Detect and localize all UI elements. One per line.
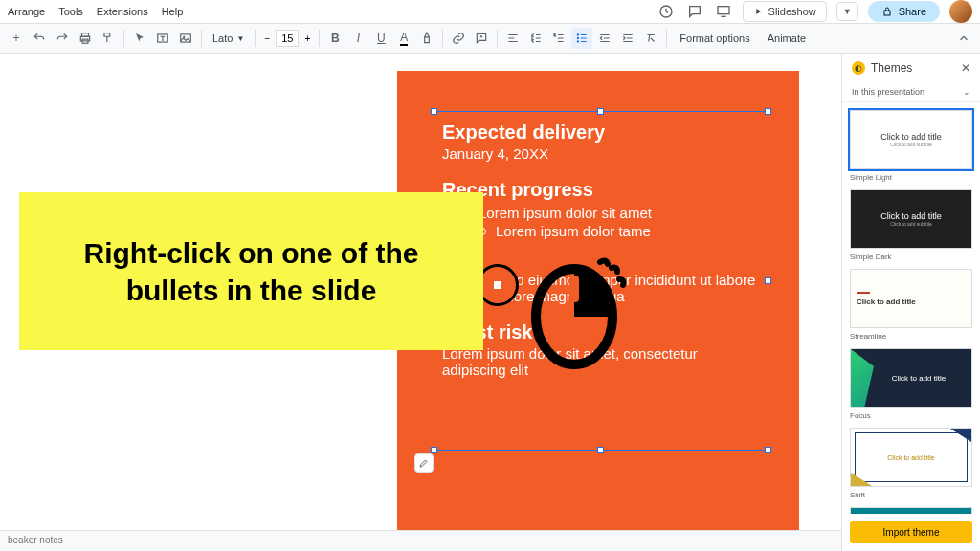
sidebar-title: Themes xyxy=(871,61,912,75)
svg-text:1: 1 xyxy=(554,33,556,37)
svg-point-8 xyxy=(184,36,185,37)
instruction-callout: Right-click on one of the bullets in the… xyxy=(19,192,483,350)
slide-action-button[interactable] xyxy=(414,453,434,473)
font-size-increase[interactable]: + xyxy=(301,30,314,47)
instruction-text: Right-click on one of the bullets in the… xyxy=(38,234,464,309)
theme-focus[interactable]: Click to add title xyxy=(850,348,972,408)
paint-format-button[interactable] xyxy=(98,28,119,49)
clear-format-button[interactable] xyxy=(640,28,661,49)
theme-label: Simple Dark xyxy=(850,253,972,261)
align-button[interactable] xyxy=(502,28,523,49)
sidebar-section-toggle[interactable]: In this presentation ⌄ xyxy=(842,82,980,102)
menubar-right: Slideshow ▼ Share xyxy=(657,0,972,23)
section-label: In this presentation xyxy=(852,87,924,97)
theme-simple-dark[interactable]: Click to add title Click to add subtitle xyxy=(850,189,972,249)
menu-help[interactable]: Help xyxy=(162,6,184,17)
resize-handle[interactable] xyxy=(765,277,771,284)
resize-handle[interactable] xyxy=(765,108,771,115)
svg-point-10 xyxy=(578,34,579,35)
svg-rect-14 xyxy=(569,276,579,302)
new-slide-button[interactable]: + xyxy=(6,28,27,49)
highlight-button[interactable] xyxy=(416,28,437,49)
toolbar-collapse-button[interactable] xyxy=(953,28,974,49)
theme-label: Shift xyxy=(850,491,972,499)
themes-list[interactable]: Click to add title Click to add subtitle… xyxy=(842,102,980,514)
heading-recent-progress: Recent progress xyxy=(442,179,760,201)
format-options-button[interactable]: Format options xyxy=(672,33,757,44)
delivery-date: January 4, 20XX xyxy=(442,145,760,162)
import-theme-button[interactable]: Import theme xyxy=(850,521,972,543)
themes-icon: ◐ xyxy=(852,61,865,75)
undo-button[interactable] xyxy=(29,28,50,49)
avatar[interactable] xyxy=(949,0,972,23)
speaker-notes-bar[interactable]: beaker notes xyxy=(0,530,841,551)
bold-button[interactable]: B xyxy=(324,28,345,49)
svg-point-11 xyxy=(578,37,579,38)
resize-handle[interactable] xyxy=(597,447,604,453)
theme-teal[interactable]: Click to add title xyxy=(850,507,972,514)
history-icon[interactable] xyxy=(657,2,676,21)
chevron-down-icon: ⌄ xyxy=(963,87,970,97)
bullet-item-2: Lorem ipsum dolor tame xyxy=(442,223,760,239)
slideshow-label: Slideshow xyxy=(768,6,816,17)
bullet-item-1: Lorem ipsum dolor sit amet xyxy=(442,205,760,221)
svg-rect-1 xyxy=(718,7,729,14)
mouse-rightclick-icon xyxy=(531,254,623,360)
menu-extensions[interactable]: Extensions xyxy=(97,6,148,17)
font-select[interactable]: Lato ▼ xyxy=(207,31,250,46)
theme-label: Streamline xyxy=(850,332,972,341)
theme-label: Focus xyxy=(850,411,972,420)
share-label: Share xyxy=(899,6,926,17)
share-button[interactable]: Share xyxy=(868,1,940,22)
themes-sidebar: ◐ Themes ✕ In this presentation ⌄ Click … xyxy=(841,54,980,551)
heading-expected-delivery: Expected delivery xyxy=(442,121,760,143)
animate-button[interactable]: Animate xyxy=(760,33,813,44)
menubar: Arrange Tools Extensions Help Slideshow … xyxy=(0,0,980,23)
present-icon[interactable] xyxy=(714,2,733,21)
font-size-decrease[interactable]: − xyxy=(260,30,274,47)
select-button[interactable] xyxy=(129,28,150,49)
print-button[interactable] xyxy=(75,28,96,49)
italic-button[interactable]: I xyxy=(347,28,368,49)
bullet-marker-icon xyxy=(494,281,501,289)
textbox-button[interactable] xyxy=(152,28,173,49)
sidebar-header: ◐ Themes ✕ xyxy=(842,54,980,82)
redo-button[interactable] xyxy=(52,28,73,49)
slideshow-button[interactable]: Slideshow xyxy=(743,1,827,22)
resize-handle[interactable] xyxy=(431,108,437,115)
image-button[interactable] xyxy=(175,28,196,49)
increase-indent-button[interactable] xyxy=(617,28,638,49)
menu-tools[interactable]: Tools xyxy=(58,6,83,17)
resize-handle[interactable] xyxy=(597,108,604,115)
menubar-left: Arrange Tools Extensions Help xyxy=(8,6,183,17)
resize-handle[interactable] xyxy=(765,447,771,453)
underline-button[interactable]: U xyxy=(370,28,391,49)
theme-simple-light[interactable]: Click to add title Click to add subtitle xyxy=(850,110,972,169)
theme-streamline[interactable]: Click to add title xyxy=(850,269,972,328)
main: Expected delivery January 4, 20XX Recent… xyxy=(0,54,980,551)
canvas-area[interactable]: Expected delivery January 4, 20XX Recent… xyxy=(0,54,841,551)
speaker-notes-placeholder: beaker notes xyxy=(8,535,63,545)
link-button[interactable] xyxy=(448,28,469,49)
font-size-input[interactable] xyxy=(276,30,299,47)
menu-arrange[interactable]: Arrange xyxy=(8,6,45,17)
font-size-control: − + xyxy=(260,30,314,47)
close-sidebar-button[interactable]: ✕ xyxy=(961,61,970,75)
theme-label: Simple Light xyxy=(850,173,972,182)
resize-handle[interactable] xyxy=(431,447,437,453)
text-color-button[interactable]: A xyxy=(393,28,414,49)
bulleted-list-button[interactable] xyxy=(571,28,592,49)
line-spacing-button[interactable] xyxy=(525,28,546,49)
svg-point-12 xyxy=(578,41,579,42)
comment-button[interactable] xyxy=(471,28,492,49)
decrease-indent-button[interactable] xyxy=(594,28,615,49)
svg-rect-2 xyxy=(884,11,890,15)
slideshow-dropdown[interactable]: ▼ xyxy=(836,2,858,21)
toolbar: + Lato ▼ − + B I U A 1 Format options An… xyxy=(0,23,980,54)
numbered-list-button[interactable]: 1 xyxy=(548,28,569,49)
comment-icon[interactable] xyxy=(685,2,704,21)
font-name: Lato xyxy=(212,33,233,44)
theme-shift[interactable]: Click to add title xyxy=(850,428,972,487)
